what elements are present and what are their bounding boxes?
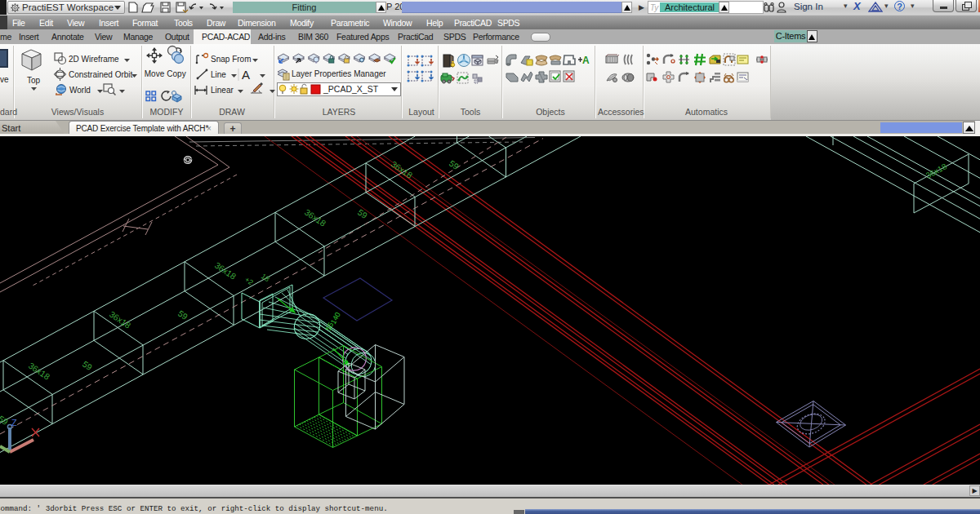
svg-text:18: 18 [260, 272, 271, 283]
svg-text:_PCAD_X_ST: _PCAD_X_ST [323, 84, 379, 94]
svg-text:A: A [242, 68, 250, 82]
svg-text:ve: ve [0, 75, 9, 84]
svg-text:59: 59 [356, 207, 370, 221]
svg-text:Linear: Linear [211, 86, 234, 95]
svg-text:36x18: 36x18 [108, 309, 133, 330]
svg-text:Top: Top [27, 76, 41, 85]
svg-text:Line: Line [211, 70, 226, 79]
svg-text:36x18: 36x18 [213, 260, 238, 281]
svg-text:Constrained Orbit: Constrained Orbit [69, 70, 133, 79]
svg-text:Layer Properties Manager: Layer Properties Manager [292, 69, 386, 78]
svg-text:Copy: Copy [167, 69, 185, 78]
svg-text:Move: Move [145, 69, 165, 78]
svg-text:59: 59 [448, 158, 461, 172]
svg-text:Z: Z [11, 418, 17, 428]
svg-text:2D Wireframe: 2D Wireframe [69, 55, 119, 64]
svg-text:36x18: 36x18 [924, 162, 949, 180]
svg-text:World: World [69, 86, 91, 95]
svg-text:36x18: 36x18 [27, 361, 52, 382]
svg-text:59: 59 [176, 308, 190, 322]
svg-text:Snap From: Snap From [211, 55, 251, 64]
svg-text:59: 59 [81, 359, 95, 373]
svg-text:A: A [582, 55, 590, 66]
